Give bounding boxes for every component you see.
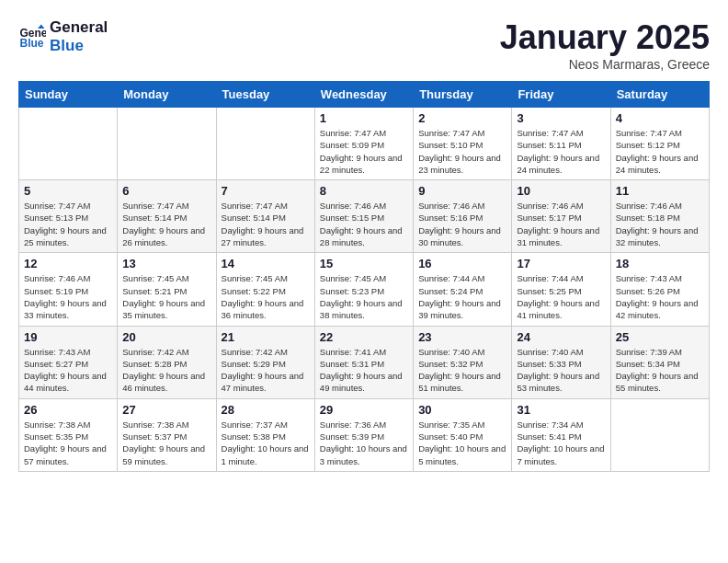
- day-info: Sunrise: 7:46 AM Sunset: 5:18 PM Dayligh…: [616, 200, 704, 248]
- day-number: 10: [517, 184, 605, 198]
- calendar-cell: 24Sunrise: 7:40 AM Sunset: 5:33 PM Dayli…: [512, 326, 610, 398]
- calendar-cell: [216, 108, 314, 180]
- day-info: Sunrise: 7:39 AM Sunset: 5:34 PM Dayligh…: [616, 346, 704, 395]
- day-info: Sunrise: 7:47 AM Sunset: 5:12 PM Dayligh…: [616, 127, 704, 176]
- day-number: 12: [24, 257, 112, 270]
- day-info: Sunrise: 7:42 AM Sunset: 5:28 PM Dayligh…: [122, 346, 210, 395]
- day-info: Sunrise: 7:47 AM Sunset: 5:14 PM Dayligh…: [122, 200, 210, 248]
- week-row-4: 26Sunrise: 7:38 AM Sunset: 5:35 PM Dayli…: [19, 398, 710, 471]
- day-number: 20: [122, 330, 210, 344]
- calendar-cell: 25Sunrise: 7:39 AM Sunset: 5:34 PM Dayli…: [610, 326, 709, 398]
- day-info: Sunrise: 7:41 AM Sunset: 5:31 PM Dayligh…: [320, 346, 408, 395]
- day-number: 8: [320, 184, 408, 198]
- calendar-subtitle: Neos Marmaras, Greece: [500, 57, 710, 72]
- day-number: 4: [616, 111, 704, 125]
- calendar-cell: 6Sunrise: 7:47 AM Sunset: 5:14 PM Daylig…: [118, 180, 216, 253]
- day-info: Sunrise: 7:44 AM Sunset: 5:24 PM Dayligh…: [418, 272, 506, 321]
- day-info: Sunrise: 7:44 AM Sunset: 5:25 PM Dayligh…: [517, 272, 605, 321]
- day-info: Sunrise: 7:34 AM Sunset: 5:41 PM Dayligh…: [517, 419, 605, 467]
- calendar-header: SundayMondayTuesdayWednesdayThursdayFrid…: [19, 82, 710, 108]
- day-info: Sunrise: 7:47 AM Sunset: 5:13 PM Dayligh…: [24, 200, 112, 248]
- day-number: 15: [320, 257, 408, 270]
- calendar-cell: 28Sunrise: 7:37 AM Sunset: 5:38 PM Dayli…: [216, 398, 314, 471]
- header-cell-wednesday: Wednesday: [314, 82, 413, 108]
- day-number: 30: [418, 403, 506, 417]
- day-info: Sunrise: 7:35 AM Sunset: 5:40 PM Dayligh…: [418, 419, 506, 467]
- calendar-cell: 18Sunrise: 7:43 AM Sunset: 5:26 PM Dayli…: [610, 253, 709, 326]
- day-number: 17: [517, 257, 605, 270]
- calendar-cell: 2Sunrise: 7:47 AM Sunset: 5:10 PM Daylig…: [414, 108, 512, 180]
- week-row-2: 12Sunrise: 7:46 AM Sunset: 5:19 PM Dayli…: [19, 253, 710, 326]
- day-info: Sunrise: 7:46 AM Sunset: 5:16 PM Dayligh…: [418, 200, 506, 248]
- calendar-table: SundayMondayTuesdayWednesdayThursdayFrid…: [18, 81, 710, 472]
- calendar-cell: 20Sunrise: 7:42 AM Sunset: 5:28 PM Dayli…: [118, 326, 216, 398]
- day-info: Sunrise: 7:40 AM Sunset: 5:33 PM Dayligh…: [517, 346, 605, 395]
- day-number: 1: [320, 111, 408, 125]
- day-number: 25: [616, 330, 704, 344]
- day-info: Sunrise: 7:45 AM Sunset: 5:23 PM Dayligh…: [320, 272, 408, 321]
- day-info: Sunrise: 7:45 AM Sunset: 5:21 PM Dayligh…: [122, 272, 210, 321]
- calendar-cell: [19, 108, 118, 180]
- day-info: Sunrise: 7:47 AM Sunset: 5:10 PM Dayligh…: [418, 127, 506, 176]
- calendar-cell: 30Sunrise: 7:35 AM Sunset: 5:40 PM Dayli…: [414, 398, 512, 471]
- calendar-cell: 23Sunrise: 7:40 AM Sunset: 5:32 PM Dayli…: [414, 326, 512, 398]
- day-number: 28: [222, 403, 310, 417]
- title-block: January 2025 Neos Marmaras, Greece: [500, 18, 710, 72]
- header-cell-thursday: Thursday: [414, 82, 512, 108]
- day-number: 2: [418, 111, 506, 125]
- calendar-cell: 14Sunrise: 7:45 AM Sunset: 5:22 PM Dayli…: [216, 253, 314, 326]
- day-number: 14: [222, 257, 310, 270]
- day-number: 16: [418, 257, 506, 270]
- svg-text:Blue: Blue: [20, 38, 44, 51]
- calendar-cell: 13Sunrise: 7:45 AM Sunset: 5:21 PM Dayli…: [118, 253, 216, 326]
- week-row-0: 1Sunrise: 7:47 AM Sunset: 5:09 PM Daylig…: [19, 108, 710, 180]
- calendar-cell: 22Sunrise: 7:41 AM Sunset: 5:31 PM Dayli…: [314, 326, 413, 398]
- header-cell-saturday: Saturday: [610, 82, 709, 108]
- calendar-cell: 31Sunrise: 7:34 AM Sunset: 5:41 PM Dayli…: [512, 398, 610, 471]
- calendar-cell: 27Sunrise: 7:38 AM Sunset: 5:37 PM Dayli…: [118, 398, 216, 471]
- calendar-cell: 21Sunrise: 7:42 AM Sunset: 5:29 PM Dayli…: [216, 326, 314, 398]
- calendar-cell: 3Sunrise: 7:47 AM Sunset: 5:11 PM Daylig…: [512, 108, 610, 180]
- day-number: 21: [222, 330, 310, 344]
- calendar-cell: 5Sunrise: 7:47 AM Sunset: 5:13 PM Daylig…: [19, 180, 118, 253]
- calendar-cell: 26Sunrise: 7:38 AM Sunset: 5:35 PM Dayli…: [19, 398, 118, 471]
- calendar-cell: 17Sunrise: 7:44 AM Sunset: 5:25 PM Dayli…: [512, 253, 610, 326]
- logo-icon: General Blue: [18, 23, 46, 51]
- day-info: Sunrise: 7:47 AM Sunset: 5:14 PM Dayligh…: [222, 200, 310, 248]
- calendar-cell: 1Sunrise: 7:47 AM Sunset: 5:09 PM Daylig…: [314, 108, 413, 180]
- day-number: 29: [320, 403, 408, 417]
- day-number: 3: [517, 111, 605, 125]
- page-header: General Blue General Blue January 2025 N…: [18, 18, 710, 72]
- day-number: 6: [122, 184, 210, 198]
- day-number: 18: [616, 257, 704, 270]
- week-row-3: 19Sunrise: 7:43 AM Sunset: 5:27 PM Dayli…: [19, 326, 710, 398]
- header-cell-friday: Friday: [512, 82, 610, 108]
- logo-text-line1: General: [50, 18, 108, 37]
- header-cell-tuesday: Tuesday: [216, 82, 314, 108]
- day-info: Sunrise: 7:40 AM Sunset: 5:32 PM Dayligh…: [418, 346, 506, 395]
- header-cell-monday: Monday: [118, 82, 216, 108]
- calendar-cell: 12Sunrise: 7:46 AM Sunset: 5:19 PM Dayli…: [19, 253, 118, 326]
- day-number: 13: [122, 257, 210, 270]
- day-number: 7: [222, 184, 310, 198]
- calendar-cell: 15Sunrise: 7:45 AM Sunset: 5:23 PM Dayli…: [314, 253, 413, 326]
- calendar-cell: [118, 108, 216, 180]
- day-info: Sunrise: 7:46 AM Sunset: 5:15 PM Dayligh…: [320, 200, 408, 248]
- day-info: Sunrise: 7:43 AM Sunset: 5:26 PM Dayligh…: [616, 272, 704, 321]
- day-number: 11: [616, 184, 704, 198]
- day-number: 9: [418, 184, 506, 198]
- day-info: Sunrise: 7:36 AM Sunset: 5:39 PM Dayligh…: [320, 419, 408, 467]
- day-number: 5: [24, 184, 112, 198]
- day-info: Sunrise: 7:38 AM Sunset: 5:37 PM Dayligh…: [122, 419, 210, 467]
- day-number: 24: [517, 330, 605, 344]
- day-info: Sunrise: 7:46 AM Sunset: 5:19 PM Dayligh…: [24, 272, 112, 321]
- day-info: Sunrise: 7:47 AM Sunset: 5:11 PM Dayligh…: [517, 127, 605, 176]
- calendar-cell: 9Sunrise: 7:46 AM Sunset: 5:16 PM Daylig…: [414, 180, 512, 253]
- header-row: SundayMondayTuesdayWednesdayThursdayFrid…: [19, 82, 710, 108]
- day-number: 26: [24, 403, 112, 417]
- day-number: 22: [320, 330, 408, 344]
- day-info: Sunrise: 7:47 AM Sunset: 5:09 PM Dayligh…: [320, 127, 408, 176]
- calendar-cell: 4Sunrise: 7:47 AM Sunset: 5:12 PM Daylig…: [610, 108, 709, 180]
- day-number: 23: [418, 330, 506, 344]
- calendar-cell: 29Sunrise: 7:36 AM Sunset: 5:39 PM Dayli…: [314, 398, 413, 471]
